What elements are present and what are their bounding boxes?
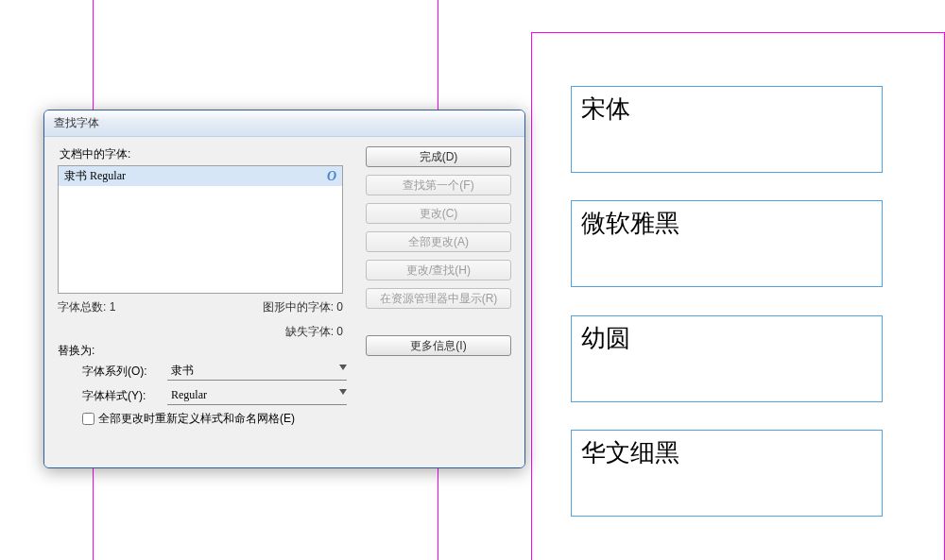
font-list-item[interactable]: 隶书 Regular O [59, 166, 342, 186]
redefine-style-checkbox[interactable] [82, 413, 94, 425]
change-all-button[interactable]: 全部更改(A) [366, 231, 511, 252]
chevron-down-icon [339, 365, 347, 370]
done-button[interactable]: 完成(D) [366, 146, 511, 167]
button-spacer [366, 316, 511, 328]
text-frame[interactable]: 华文细黑 [571, 430, 883, 517]
graphics-fonts-label: 图形中的字体: [263, 300, 334, 314]
font-family-combo[interactable]: 隶书 [167, 362, 347, 381]
font-style-label: 字体样式(Y): [82, 388, 167, 404]
text-frame[interactable]: 幼圆 [571, 315, 883, 402]
font-style-row: 字体样式(Y): Regular [82, 386, 347, 405]
text-frame-content: 微软雅黑 [572, 201, 882, 246]
text-frame-content: 华文细黑 [572, 431, 882, 475]
text-frame-content: 宋体 [572, 87, 882, 131]
redefine-style-label: 全部更改时重新定义样式和命名网格(E) [98, 411, 295, 427]
text-frame-content: 幼圆 [572, 316, 882, 361]
change-button[interactable]: 更改(C) [366, 203, 511, 224]
chevron-down-icon [339, 389, 347, 395]
font-counts-row: 字体总数: 1 图形中的字体: 0 [58, 299, 343, 315]
graphics-fonts-text: 图形中的字体: 0 [263, 299, 343, 315]
change-find-button[interactable]: 更改/查找(H) [366, 260, 511, 280]
total-fonts-value: 1 [110, 300, 116, 314]
total-fonts-text: 字体总数: 1 [58, 299, 115, 315]
more-info-button[interactable]: 更多信息(I) [366, 335, 511, 356]
graphics-fonts-value: 0 [336, 300, 343, 314]
reveal-in-explorer-button[interactable]: 在资源管理器中显示(R) [366, 288, 511, 309]
missing-fonts-label: 缺失字体: [285, 325, 334, 338]
dialog-button-column: 完成(D) 查找第一个(F) 更改(C) 全部更改(A) 更改/查找(H) 在资… [366, 146, 511, 356]
replace-with-label: 替换为: [58, 343, 94, 359]
fonts-listbox[interactable]: 隶书 Regular O [58, 165, 343, 294]
font-style-value: Regular [171, 388, 207, 402]
text-frame[interactable]: 微软雅黑 [571, 200, 883, 287]
find-first-button[interactable]: 查找第一个(F) [366, 175, 511, 195]
dialog-titlebar[interactable]: 查找字体 [44, 110, 524, 137]
find-font-dialog: 查找字体 文档中的字体: 隶书 Regular O 字体总数: 1 图形中的字体… [43, 110, 525, 468]
dialog-title: 查找字体 [54, 115, 99, 131]
font-family-value: 隶书 [171, 363, 194, 379]
text-frame[interactable]: 宋体 [571, 86, 883, 173]
redefine-style-row: 全部更改时重新定义样式和命名网格(E) [82, 411, 295, 427]
font-list-item-label: 隶书 Regular [64, 168, 126, 184]
missing-fonts-text: 缺失字体: 0 [58, 324, 343, 340]
font-family-row: 字体系列(O): 隶书 [82, 362, 347, 381]
font-style-combo[interactable]: Regular [167, 386, 347, 405]
total-fonts-label: 字体总数: [58, 300, 106, 314]
font-family-label: 字体系列(O): [82, 364, 167, 380]
dialog-body: 文档中的字体: 隶书 Regular O 字体总数: 1 图形中的字体: 0 缺… [44, 137, 524, 467]
fonts-in-doc-label: 文档中的字体: [60, 146, 130, 162]
opentype-icon: O [327, 169, 336, 184]
missing-fonts-value: 0 [336, 325, 343, 338]
